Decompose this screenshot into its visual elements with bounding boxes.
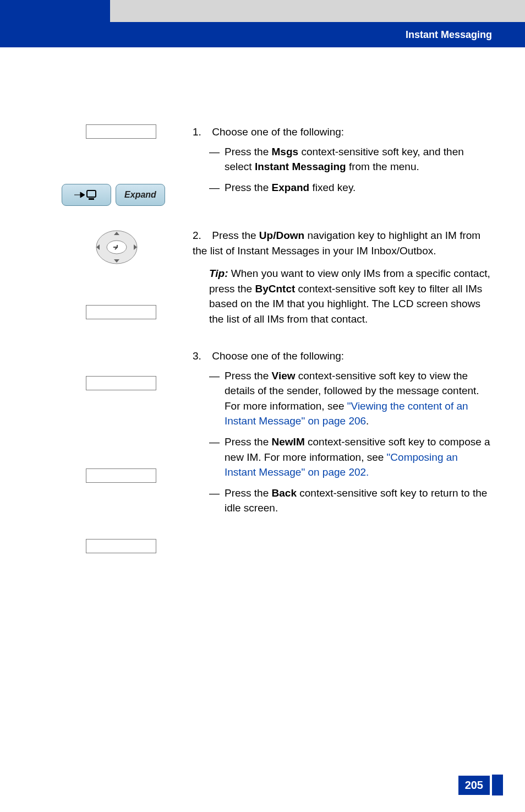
- s3a-tail: .: [366, 415, 369, 427]
- step-3-lead: Choose one of the following:: [212, 350, 344, 362]
- s1b-key1: Expand: [272, 182, 310, 193]
- s2-p1key: Up/Down: [259, 230, 304, 241]
- footer: 205: [458, 775, 503, 795]
- s1b-t1: Press the: [225, 182, 272, 193]
- s1a-key2: Instant Messaging: [255, 161, 346, 172]
- svg-rect-1: [89, 198, 94, 200]
- softkey-placeholder-view: [86, 376, 156, 390]
- softkey-placeholder-newim: [86, 468, 156, 483]
- s3c-t1: Press the: [225, 487, 272, 499]
- s1a-key1: Msgs: [272, 146, 299, 157]
- svg-rect-0: [87, 190, 96, 197]
- softkey-placeholder-back: [86, 539, 156, 553]
- s2-tip-key: ByCntct: [255, 283, 295, 295]
- content: Expand 1. Choose one of the following: —…: [0, 47, 525, 593]
- step-2-number: 2.: [193, 228, 209, 243]
- expand-key-icon: [62, 184, 111, 206]
- s1a-t1: Press the: [225, 146, 272, 157]
- phone-buttons-row: Expand: [62, 184, 193, 206]
- dash: —: [209, 180, 225, 195]
- header-top-grey: [110, 0, 525, 22]
- s3a-t1: Press the: [225, 370, 272, 382]
- step-3-option-b: — Press the NewIM context-sensitive soft…: [209, 434, 492, 480]
- step-1-text: 1. Choose one of the following: — Press …: [193, 124, 492, 200]
- expand-label-text: Expand: [124, 190, 156, 200]
- s3c-key: Back: [272, 487, 297, 499]
- tip-label: Tip:: [209, 268, 228, 279]
- s1b-t2: fixed key.: [309, 182, 356, 193]
- step-1-lead: Choose one of the following:: [212, 126, 344, 138]
- step-2: 2. Press the Up/Down navigation key to h…: [66, 228, 492, 326]
- s3a-key: View: [272, 370, 296, 382]
- step-1: Expand 1. Choose one of the following: —…: [66, 124, 492, 206]
- dash: —: [209, 434, 225, 480]
- navpad-icon: [92, 228, 141, 266]
- step-3-graphics: [66, 348, 193, 560]
- s3b-t1: Press the: [225, 436, 272, 448]
- dash: —: [209, 486, 225, 516]
- step-1-number: 1.: [193, 124, 209, 140]
- step-2-text: 2. Press the Up/Down navigation key to h…: [193, 228, 492, 326]
- softkey-placeholder-msgs: [86, 124, 156, 139]
- step-2-tip: Tip: When you want to view only IMs from…: [193, 266, 492, 326]
- step-2-graphics: [66, 228, 193, 326]
- step-3-option-c: — Press the Back context-sensitive soft …: [209, 486, 492, 516]
- expand-key-label: Expand: [116, 184, 165, 206]
- section-title: Instant Messaging: [406, 29, 492, 41]
- step-3-text: 3. Choose one of the following: — Press …: [193, 348, 492, 521]
- footer-bar: [492, 775, 503, 795]
- softkey-placeholder-bycntct: [86, 305, 156, 319]
- header-band: Instant Messaging: [0, 0, 525, 47]
- step-3-number: 3.: [193, 348, 209, 364]
- step-3-option-a: — Press the View context-sensitive soft …: [209, 368, 492, 429]
- s3b-key: NewIM: [272, 436, 305, 448]
- dash: —: [209, 144, 225, 175]
- s1a-t3: from the menu.: [346, 161, 419, 172]
- page-number: 205: [458, 776, 490, 795]
- s2-p1a: Press the: [212, 230, 259, 241]
- expand-arrow-icon: [73, 187, 100, 203]
- step-3: 3. Choose one of the following: — Press …: [66, 348, 492, 560]
- dash: —: [209, 368, 225, 429]
- header-left-block: [0, 0, 110, 47]
- header-bottom-blue: Instant Messaging: [110, 22, 525, 47]
- step-1-option-b: — Press the Expand fixed key.: [209, 180, 492, 195]
- step-1-option-a: — Press the Msgs context-sensitive soft …: [209, 144, 492, 175]
- step-1-graphics: Expand: [66, 124, 193, 206]
